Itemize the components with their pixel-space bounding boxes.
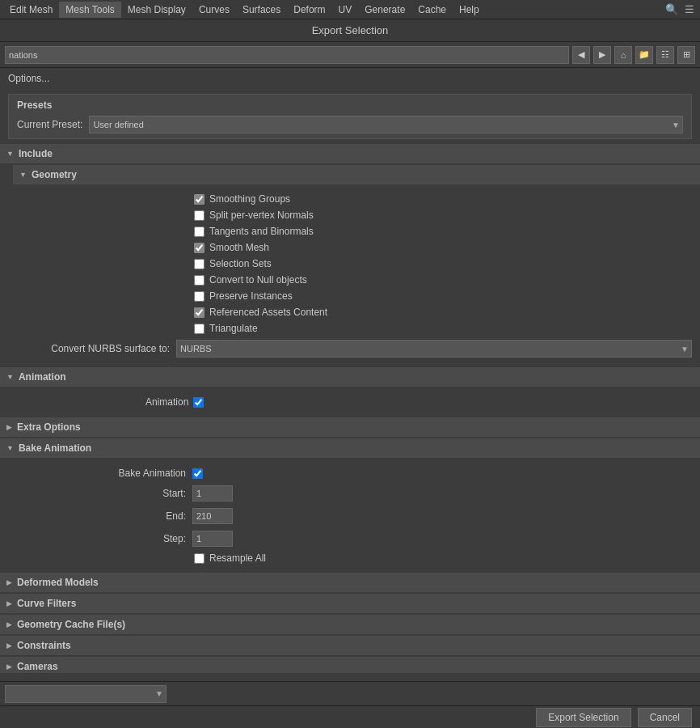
- export-selection-button[interactable]: Export Selection: [536, 708, 630, 727]
- bake-start-input[interactable]: [192, 485, 233, 502]
- window-title: Export Selection: [312, 24, 389, 36]
- search-icon[interactable]: 🔍: [664, 2, 679, 17]
- triangulate-label[interactable]: Triangulate: [209, 323, 258, 334]
- convert-null-checkbox[interactable]: [194, 275, 205, 286]
- section-deformed-models[interactable]: ▶ Deformed Models: [0, 573, 700, 592]
- toolbar-btn-2[interactable]: ▶: [593, 46, 611, 64]
- convert-nurbs-label: Convert NURBS surface to:: [8, 343, 170, 354]
- toolbar-btn-1[interactable]: ◀: [572, 46, 590, 64]
- preset-select-wrapper: User defined Default Custom ▼: [89, 116, 683, 133]
- menu-curves[interactable]: Curves: [192, 2, 236, 18]
- geometry-label: Geometry: [32, 169, 77, 180]
- section-extra-options[interactable]: ▶ Extra Options: [0, 417, 700, 437]
- checkbox-convert-null: Convert to Null objects: [0, 272, 700, 288]
- referenced-assets-label[interactable]: Referenced Assets Content: [209, 307, 327, 318]
- geometry-cache-label: Geometry Cache File(s): [17, 619, 125, 630]
- menu-bar-right: 🔍 ☰: [664, 2, 697, 17]
- section-include[interactable]: ▼ Include: [0, 144, 700, 163]
- section-animation[interactable]: ▼ Animation: [0, 367, 700, 387]
- selection-sets-checkbox[interactable]: [194, 259, 205, 269]
- smooth-mesh-label[interactable]: Smooth Mesh: [209, 242, 269, 253]
- bake-step-input[interactable]: [192, 531, 233, 547]
- checkbox-preserve-instances: Preserve Instances: [0, 288, 700, 304]
- animation-field-label: Animation: [145, 396, 188, 408]
- bottom-select[interactable]: [5, 685, 167, 703]
- menu-edit-mesh[interactable]: Edit Mesh: [3, 2, 59, 18]
- smoothing-groups-label[interactable]: Smoothing Groups: [209, 193, 290, 205]
- bake-step-row: Step:: [0, 527, 700, 550]
- tangents-checkbox[interactable]: [194, 226, 205, 237]
- menu-uv[interactable]: UV: [332, 2, 359, 18]
- toolbar-btn-home[interactable]: ⌂: [614, 46, 632, 64]
- geometry-cache-arrow-icon: ▶: [6, 620, 12, 629]
- bake-animation-checkbox[interactable]: [192, 468, 203, 479]
- current-preset-label: Current Preset:: [17, 119, 82, 130]
- menu-cache[interactable]: Cache: [411, 2, 453, 18]
- preset-select[interactable]: User defined Default Custom: [89, 116, 683, 133]
- section-bake-animation[interactable]: ▼ Bake Animation: [0, 438, 700, 458]
- smooth-mesh-checkbox[interactable]: [194, 243, 205, 253]
- bake-animation-content: Bake Animation Start: End: Step: Resampl…: [0, 459, 700, 571]
- split-normals-checkbox[interactable]: [194, 210, 205, 221]
- namespace-select[interactable]: nations: [5, 46, 569, 64]
- convert-nurbs-row: Convert NURBS surface to: NURBS Bezier P…: [0, 336, 700, 361]
- section-curve-filters[interactable]: ▶ Curve Filters: [0, 594, 700, 613]
- bottom-toolbar: ▼: [0, 682, 700, 706]
- menu-surfaces[interactable]: Surfaces: [236, 2, 287, 18]
- section-cameras[interactable]: ▶ Cameras: [0, 657, 700, 673]
- menu-mesh-tools[interactable]: Mesh Tools: [59, 2, 120, 18]
- menu-help[interactable]: Help: [453, 2, 486, 18]
- preserve-instances-checkbox[interactable]: [194, 291, 205, 302]
- constraints-label: Constraints: [17, 640, 71, 651]
- include-label: Include: [19, 148, 53, 159]
- extra-options-label: Extra Options: [17, 421, 81, 433]
- cancel-button[interactable]: Cancel: [638, 708, 692, 727]
- presets-section: Presets Current Preset: User defined Def…: [8, 94, 692, 139]
- checkbox-tangents: Tangents and Binormals: [0, 223, 700, 239]
- triangulate-checkbox[interactable]: [194, 324, 205, 334]
- bottom-bar: ▼ Export Selection Cancel: [0, 681, 700, 728]
- checkbox-referenced-assets: Referenced Assets Content: [0, 304, 700, 320]
- section-constraints[interactable]: ▶ Constraints: [0, 636, 700, 655]
- bottom-buttons: Export Selection Cancel: [0, 706, 700, 728]
- bake-end-input[interactable]: [192, 508, 233, 524]
- deformed-models-arrow-icon: ▶: [6, 578, 12, 586]
- toolbar-btn-folder[interactable]: 📁: [635, 46, 653, 64]
- checkbox-smoothing-groups: Smoothing Groups: [0, 191, 700, 207]
- bake-start-row: Start:: [0, 482, 700, 505]
- menu-list-icon[interactable]: ☰: [682, 2, 697, 17]
- resample-all-label[interactable]: Resample All: [209, 552, 266, 564]
- options-link[interactable]: Options...: [0, 68, 700, 89]
- animation-checkbox[interactable]: [193, 397, 204, 408]
- toolbar-btn-list[interactable]: ☷: [656, 46, 674, 64]
- section-geometry[interactable]: ▼ Geometry: [13, 165, 700, 184]
- referenced-assets-checkbox[interactable]: [194, 307, 205, 318]
- resample-all-checkbox[interactable]: [194, 553, 205, 564]
- preserve-instances-label[interactable]: Preserve Instances: [209, 290, 293, 302]
- convert-null-label[interactable]: Convert to Null objects: [209, 274, 307, 286]
- menu-deform[interactable]: Deform: [287, 2, 331, 18]
- smoothing-groups-checkbox[interactable]: [194, 194, 205, 205]
- main-content: Presets Current Preset: User defined Def…: [0, 89, 700, 673]
- section-geometry-cache[interactable]: ▶ Geometry Cache File(s): [0, 615, 700, 634]
- checkbox-selection-sets: Selection Sets: [0, 256, 700, 272]
- menu-mesh-display[interactable]: Mesh Display: [121, 2, 192, 18]
- bake-step-label: Step:: [8, 533, 186, 544]
- cameras-arrow-icon: ▶: [6, 662, 12, 671]
- selection-sets-label[interactable]: Selection Sets: [209, 258, 272, 269]
- convert-nurbs-select[interactable]: NURBS Bezier Patch Bezier Trim Curves NU…: [176, 340, 692, 358]
- toolbar-btn-grid[interactable]: ⊞: [677, 46, 695, 64]
- presets-label: Presets: [17, 99, 683, 111]
- geometry-content: Smoothing Groups Split per-vertex Normal…: [0, 186, 700, 366]
- tangents-label[interactable]: Tangents and Binormals: [209, 226, 314, 237]
- animation-label: Animation: [19, 371, 66, 383]
- menu-generate[interactable]: Generate: [358, 2, 411, 18]
- constraints-arrow-icon: ▶: [6, 641, 12, 650]
- bake-animation-arrow-icon: ▼: [6, 444, 14, 452]
- animation-arrow-icon: ▼: [6, 373, 14, 381]
- menu-bar: Edit Mesh Mesh Tools Mesh Display Curves…: [0, 0, 700, 19]
- bake-animation-label: Bake Animation: [19, 442, 91, 454]
- split-normals-label[interactable]: Split per-vertex Normals: [209, 210, 314, 221]
- checkbox-smooth-mesh: Smooth Mesh: [0, 239, 700, 256]
- cameras-label: Cameras: [17, 661, 58, 672]
